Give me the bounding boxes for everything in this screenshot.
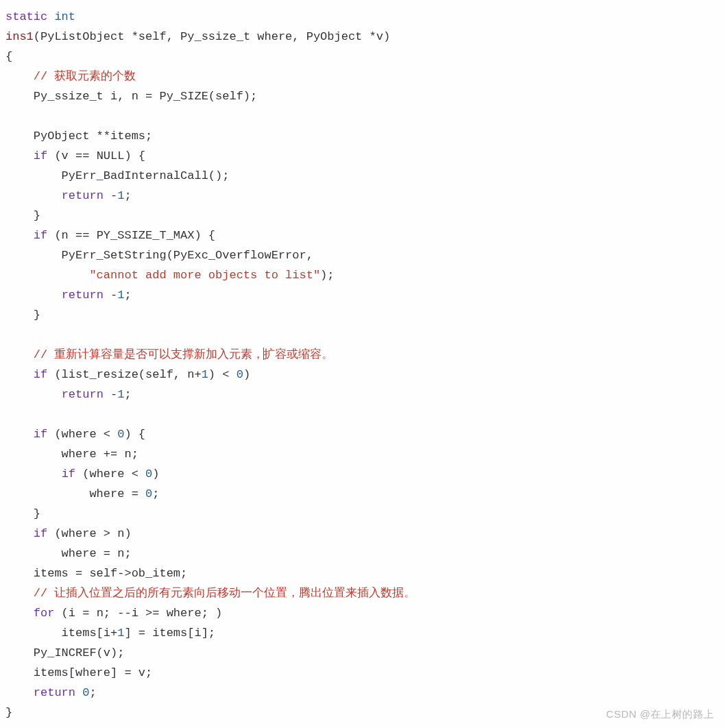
comment: // 重新计算容量是否可以支撑新加入元素， [34, 348, 265, 361]
keyword-static: static [5, 10, 47, 23]
comment: // 获取元素的个数 [34, 70, 136, 83]
code-block: static int ins1(PyListObject *self, Py_s… [5, 7, 719, 723]
type-int: int [54, 10, 75, 23]
function-name: ins1 [5, 30, 34, 43]
string-literal: "cannot add more objects to list" [89, 269, 320, 282]
watermark: CSDN @在上树的路上 [606, 704, 714, 724]
comment: // 让插入位置之后的所有元素向后移动一个位置，腾出位置来插入数据。 [34, 587, 416, 600]
